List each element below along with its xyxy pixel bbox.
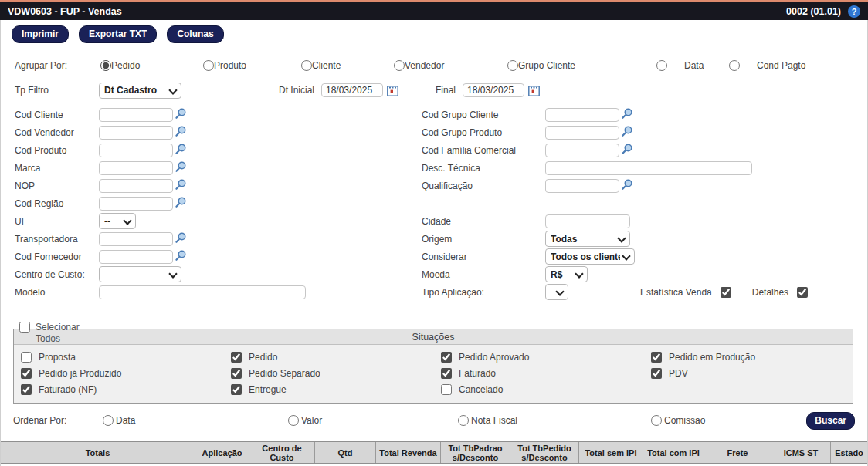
qualificacao-input[interactable] bbox=[545, 179, 619, 193]
column-header-total-revenda: Total Revenda bbox=[376, 442, 441, 463]
tipo-aplicacao-select-control[interactable] bbox=[545, 284, 568, 300]
selecionar-todos-checkbox[interactable] bbox=[19, 322, 30, 333]
situacao-pedido-aprovado: Pedido Aprovado bbox=[441, 352, 651, 363]
tp-filtro-select[interactable]: Dt Cadastro bbox=[99, 83, 181, 99]
agrupar-pedido-radio[interactable] bbox=[100, 60, 111, 71]
ordenar-data-radio[interactable] bbox=[103, 415, 114, 426]
cod-grupo-cliente-input[interactable] bbox=[545, 108, 619, 122]
pdv-label: PDV bbox=[669, 368, 688, 379]
transportadora-input[interactable] bbox=[99, 232, 173, 246]
considerar-label: Considerar bbox=[422, 252, 545, 262]
centro-custo-select-control[interactable] bbox=[99, 266, 181, 282]
lookup-icon[interactable] bbox=[175, 143, 187, 155]
lookup-icon[interactable] bbox=[175, 196, 187, 208]
cod-vendedor-label: Cod Vendedor bbox=[15, 127, 99, 138]
detalhes-checkbox[interactable] bbox=[797, 287, 808, 298]
agrupar-cliente-radio[interactable] bbox=[301, 60, 312, 71]
nop-input[interactable] bbox=[99, 179, 173, 193]
pedido-em-producao-checkbox[interactable] bbox=[651, 352, 662, 363]
agrupar-data-radio[interactable] bbox=[656, 60, 667, 71]
column-header-icms-st: ICMS ST bbox=[771, 442, 831, 463]
cod-cliente-input[interactable] bbox=[99, 108, 173, 122]
considerar-select[interactable]: Todos os clientes bbox=[545, 248, 635, 265]
uf-select[interactable]: -- bbox=[99, 213, 136, 229]
form-row: Modelo Tipo Aplicação: Estatística Venda… bbox=[1, 283, 867, 301]
exportar-txt-button[interactable]: Exportar TXT bbox=[79, 25, 157, 43]
entregue-checkbox[interactable] bbox=[231, 384, 242, 395]
ordenar-comissao-radio[interactable] bbox=[651, 415, 662, 426]
tp-filtro-label: Tp Filtro bbox=[15, 85, 99, 96]
pdv-checkbox[interactable] bbox=[651, 368, 662, 379]
dt-inicial-input[interactable] bbox=[321, 83, 383, 97]
tp-filtro-select-control[interactable]: Dt Cadastro bbox=[99, 83, 181, 99]
cod-fornecedor-input[interactable] bbox=[99, 250, 173, 264]
agrupar-cond-pagto-radio[interactable] bbox=[729, 60, 740, 71]
ordenar-valor-radio[interactable] bbox=[288, 415, 299, 426]
pedido-aprovado-checkbox[interactable] bbox=[441, 352, 452, 363]
version-label: 0002 (01.01) bbox=[786, 6, 841, 17]
agrupar-cliente-label: Cliente bbox=[312, 60, 341, 71]
cod-produto-input[interactable] bbox=[99, 144, 173, 157]
pedido-separado-label: Pedido Separado bbox=[249, 368, 320, 379]
column-header-centro-de-custo: Centro de Custo bbox=[249, 442, 315, 463]
pedido-label: Pedido bbox=[249, 352, 277, 363]
ordenar-nota-fiscal-radio[interactable] bbox=[458, 415, 469, 426]
lookup-icon[interactable] bbox=[621, 107, 633, 120]
proposta-checkbox[interactable] bbox=[21, 352, 32, 363]
pedido-separado-checkbox[interactable] bbox=[231, 368, 242, 379]
cidade-input[interactable] bbox=[545, 214, 630, 228]
origem-select[interactable]: Todas bbox=[545, 231, 630, 247]
agrupar-produto-radio[interactable] bbox=[203, 60, 214, 71]
form-row: NOP Qualificação bbox=[1, 177, 867, 194]
calendar-icon[interactable] bbox=[528, 85, 540, 96]
imprimir-button[interactable]: Imprimir bbox=[12, 25, 69, 43]
desc-tecnica-input[interactable] bbox=[545, 161, 752, 175]
cod-regiao-input[interactable] bbox=[99, 197, 173, 211]
ordenar-comissao-label: Comissão bbox=[664, 415, 705, 426]
situacoes-title: Situações bbox=[412, 332, 455, 343]
cod-vendedor-input[interactable] bbox=[99, 126, 173, 140]
colunas-button[interactable]: Colunas bbox=[167, 25, 223, 43]
app-window: VDW0603 - FUP - Vendas 0002 (01.01) ? Im… bbox=[0, 0, 868, 466]
ordenar-por-row: Ordenar Por: Data Valor Nota Fiscal Comi… bbox=[1, 409, 867, 432]
ordenar-data-label: Data bbox=[116, 415, 135, 426]
title-bar: VDW0603 - FUP - Vendas 0002 (01.01) ? bbox=[0, 2, 868, 20]
faturado-checkbox[interactable] bbox=[441, 368, 452, 379]
agrupar-vendedor-radio[interactable] bbox=[394, 60, 405, 71]
considerar-select-control[interactable]: Todos os clientes bbox=[545, 248, 635, 265]
help-icon[interactable]: ? bbox=[848, 5, 860, 18]
lookup-icon[interactable] bbox=[175, 160, 187, 173]
lookup-icon[interactable] bbox=[175, 107, 187, 120]
ordenar-por-label: Ordenar Por: bbox=[13, 415, 103, 426]
tipo-aplicacao-select[interactable] bbox=[545, 284, 568, 300]
lookup-icon[interactable] bbox=[621, 143, 633, 155]
buscar-button[interactable]: Buscar bbox=[806, 412, 855, 430]
ordenar-valor-label: Valor bbox=[301, 415, 322, 426]
lookup-icon[interactable] bbox=[175, 249, 187, 262]
moeda-select[interactable]: R$ bbox=[545, 266, 588, 282]
lookup-icon[interactable] bbox=[621, 178, 633, 191]
centro-custo-select[interactable] bbox=[99, 266, 181, 282]
estatistica-venda-checkbox[interactable] bbox=[721, 287, 731, 298]
pedido-ja-produzido-checkbox[interactable] bbox=[21, 368, 32, 379]
uf-select-control[interactable]: -- bbox=[99, 213, 136, 229]
final-input[interactable] bbox=[463, 83, 524, 97]
origem-select-control[interactable]: Todas bbox=[545, 231, 630, 247]
cod-cliente-label: Cod Cliente bbox=[15, 110, 99, 120]
marca-input[interactable] bbox=[99, 161, 173, 175]
lookup-icon[interactable] bbox=[621, 125, 633, 137]
ordenar-option-data: Data bbox=[103, 415, 288, 426]
lookup-icon[interactable] bbox=[175, 125, 187, 137]
lookup-icon[interactable] bbox=[175, 178, 187, 191]
lookup-icon[interactable] bbox=[175, 231, 187, 244]
cod-familia-comercial-input[interactable] bbox=[545, 144, 619, 157]
agrupar-grupo-cliente-radio[interactable] bbox=[507, 60, 518, 71]
modelo-input[interactable] bbox=[99, 285, 306, 299]
pedido-checkbox[interactable] bbox=[231, 352, 242, 363]
cancelado-checkbox[interactable] bbox=[441, 384, 452, 395]
calendar-icon[interactable] bbox=[387, 85, 398, 96]
cod-grupo-produto-input[interactable] bbox=[545, 126, 619, 140]
faturado-nf-checkbox[interactable] bbox=[21, 384, 32, 395]
column-header-tot-tbpedido: Tot TbPedido s/Desconto bbox=[510, 442, 579, 463]
moeda-select-control[interactable]: R$ bbox=[545, 266, 588, 282]
